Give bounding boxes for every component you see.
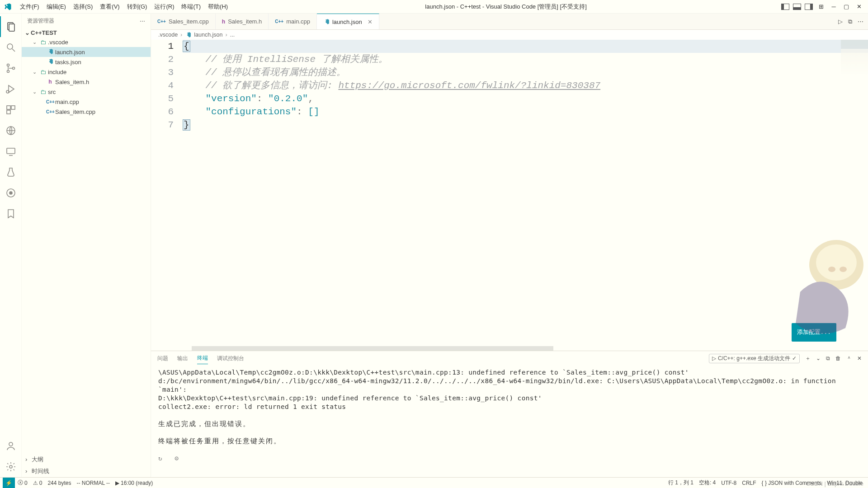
tab-bar: C++Sales_item.cpphSales_item.hC++main.cp… (151, 14, 868, 30)
line-gutter: 1234567 (151, 40, 183, 346)
menu-help[interactable]: 帮助(H) (204, 2, 231, 12)
explorer-title: 资源管理器 (27, 17, 54, 25)
tree-item-src[interactable]: ⌄🗀src (22, 87, 151, 97)
reload-icon[interactable]: ↻ (158, 455, 162, 462)
timeline-section[interactable]: ›时间线 (22, 465, 151, 477)
tab-launch-json[interactable]: launch.json✕ (317, 14, 379, 29)
code-l5-val: "0.2.0" (268, 94, 308, 104)
search-icon[interactable] (0, 37, 22, 58)
tree-item-Sales_item-h[interactable]: hSales_item.h (22, 77, 151, 87)
tree-item-Sales_item-cpp[interactable]: C++Sales_item.cpp (22, 107, 151, 117)
remote-window-icon[interactable] (0, 141, 22, 162)
add-configuration-button[interactable]: 添加配置... (792, 323, 836, 342)
split-terminal-icon[interactable]: ⧉ (826, 355, 830, 361)
source-control-icon[interactable] (0, 58, 22, 79)
extensions-icon[interactable] (0, 99, 22, 120)
accounts-icon[interactable] (0, 436, 22, 456)
code-editor[interactable]: 1234567 { // 使用 IntelliSense 了解相关属性。 // … (151, 40, 868, 346)
remote-explorer-icon[interactable] (0, 120, 22, 141)
eol[interactable]: CRLF (739, 480, 759, 486)
maximize-button[interactable]: ▢ (841, 1, 852, 12)
menu-go[interactable]: 转到(G) (123, 2, 151, 12)
svg-point-6 (12, 67, 14, 70)
toggle-panel-icon[interactable] (793, 4, 801, 10)
svg-rect-9 (7, 106, 10, 109)
encoding[interactable]: UTF-8 (718, 480, 739, 486)
code-l2: // 使用 IntelliSense 了解相关属性。 (183, 54, 388, 65)
code-l4-url[interactable]: https://go.microsoft.com/fwlink/?linkid=… (338, 80, 600, 91)
code-l3: // 悬停以查看现有属性的描述。 (183, 67, 346, 78)
errors-count[interactable]: ⓧ 0 (15, 479, 30, 487)
kill-terminal-icon[interactable]: 🗑 (835, 355, 841, 361)
editor-area: C++Sales_item.cpphSales_item.hC++main.cp… (151, 14, 868, 477)
svg-rect-13 (7, 148, 15, 154)
minimap[interactable] (841, 40, 868, 346)
tree-item-tasks-json[interactable]: tasks.json (22, 57, 151, 67)
remote-indicator[interactable]: ⚡ (3, 478, 15, 488)
maximize-panel-icon[interactable]: ＾ (846, 355, 852, 362)
panel-tab-terminal[interactable]: 终端 (197, 352, 208, 364)
menu-view[interactable]: 查看(V) (96, 2, 123, 12)
tree-item-main-cpp[interactable]: C++main.cpp (22, 97, 151, 107)
vscode-logo-icon (4, 3, 12, 11)
explorer-more-icon[interactable]: ⋯ (140, 18, 145, 24)
panel-tab-debug-console[interactable]: 调试控制台 (217, 353, 244, 364)
titlebar: 文件(F) 编辑(E) 选择(S) 查看(V) 转到(G) 运行(R) 终端(T… (0, 0, 868, 14)
testing-icon[interactable] (0, 162, 22, 183)
code-l4a: // 欲了解更多信息，请访问: (183, 80, 338, 91)
split-editor-icon[interactable]: ⧉ (848, 18, 852, 25)
close-panel-icon[interactable]: ✕ (857, 355, 862, 361)
svg-rect-11 (7, 110, 10, 114)
run-icon[interactable]: ▷ (838, 18, 843, 25)
crumb-file[interactable]: launch.json (194, 32, 222, 38)
toggle-secondary-icon[interactable] (805, 4, 813, 10)
panel-tab-problems[interactable]: 问题 (157, 353, 168, 364)
explorer-sidebar: 资源管理器 ⋯ ⌄C++TEST ⌄🗀.vscodelaunch.jsontas… (22, 14, 151, 477)
warnings-count[interactable]: ⚠ 0 (30, 480, 45, 486)
tree-item-include[interactable]: ⌄🗀include (22, 67, 151, 77)
record-icon[interactable] (0, 183, 22, 203)
bottom-panel: 问题 输出 终端 调试控制台 ▷ C/C++: g++.exe 生成活动文件 ✓… (151, 351, 868, 477)
tree-item-launch-json[interactable]: launch.json (22, 47, 151, 57)
code-l6-val: [] (308, 107, 319, 117)
menu-selection[interactable]: 选择(S) (70, 2, 96, 12)
code-l5-key: "version" (205, 94, 256, 104)
clock: ▶ 16:00 (ready) (113, 480, 156, 486)
tree-item--vscode[interactable]: ⌄🗀.vscode (22, 37, 151, 47)
bookmarks-icon[interactable] (0, 203, 22, 224)
more-actions-icon[interactable]: ⋯ (858, 18, 863, 25)
terminal-dropdown-icon[interactable]: ⌄ (816, 355, 821, 361)
settings-gear-icon[interactable] (0, 456, 22, 477)
tab-Sales_item-cpp[interactable]: C++Sales_item.cpp (151, 14, 216, 29)
toggle-sidebar-icon[interactable] (781, 4, 789, 10)
terminal-output[interactable]: \ASUS\AppData\Local\Temp\cc2gmO0z.o:D:\k… (151, 366, 868, 477)
run-debug-icon[interactable] (0, 79, 22, 99)
breadcrumbs[interactable]: .vscode › launch.json › ... (151, 30, 868, 40)
layout-customize-icon[interactable]: ⊞ (816, 1, 826, 12)
menu-run[interactable]: 运行(R) (151, 2, 178, 12)
menu-edit[interactable]: 编辑(E) (43, 2, 70, 12)
svg-point-17 (9, 442, 13, 446)
cursor-position[interactable]: 行 1，列 1 (665, 479, 696, 487)
vim-mode: -- NORMAL -- (74, 480, 113, 486)
menu-terminal[interactable]: 终端(T) (178, 2, 204, 12)
tab-main-cpp[interactable]: C++main.cpp (269, 14, 317, 29)
terminal-settings-icon[interactable]: ⚙ (175, 455, 179, 462)
menu-file[interactable]: 文件(F) (16, 2, 43, 12)
svg-point-5 (7, 70, 9, 73)
task-indicator[interactable]: ▷ C/C++: g++.exe 生成活动文件 ✓ (709, 354, 800, 363)
new-terminal-icon[interactable]: ＋ (805, 355, 811, 362)
close-tab-icon[interactable]: ✕ (368, 19, 373, 25)
crumb-more[interactable]: ... (230, 32, 235, 38)
code-l6-key: "configurations" (205, 107, 297, 117)
close-button[interactable]: ✕ (854, 1, 864, 12)
explorer-icon[interactable] (0, 16, 22, 37)
crumb-folder[interactable]: .vscode (158, 32, 178, 38)
panel-tab-output[interactable]: 输出 (177, 353, 188, 364)
project-root[interactable]: ⌄C++TEST (22, 28, 151, 37)
outline-section[interactable]: ›大纲 (22, 454, 151, 465)
minimize-button[interactable]: ─ (828, 1, 839, 12)
tab-Sales_item-h[interactable]: hSales_item.h (216, 14, 269, 29)
indentation[interactable]: 空格: 4 (696, 479, 718, 487)
horizontal-scrollbar[interactable] (151, 346, 868, 351)
